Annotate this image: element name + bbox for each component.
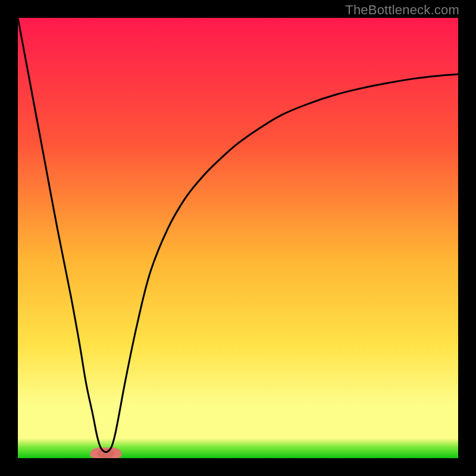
attribution-text: TheBottleneck.com <box>345 2 459 18</box>
chart-frame: TheBottleneck.com <box>0 0 476 476</box>
plot-svg <box>18 18 458 458</box>
baseline-strip <box>18 446 458 458</box>
valley-blob-inner <box>97 449 114 458</box>
gradient-background <box>18 18 458 458</box>
plot-area <box>18 18 458 458</box>
